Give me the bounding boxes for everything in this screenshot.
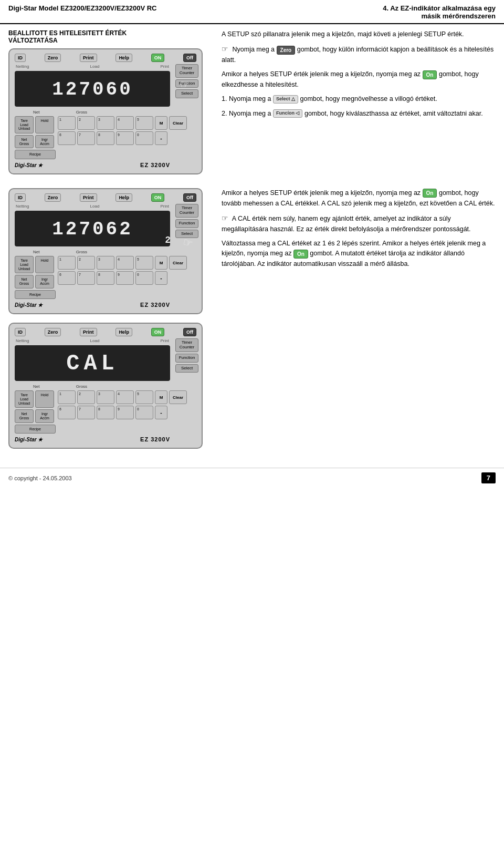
text-cal-intro: Amikor a helyes SETUP érték jelenik meg … [222, 188, 496, 209]
d2-btn-clear[interactable]: Clear [169, 256, 187, 270]
d2-btn-6[interactable]: 6 [58, 271, 76, 285]
d3-btn-ingr[interactable]: IngrAccm [35, 409, 54, 422]
d2-btn-3[interactable]: 3 [97, 256, 114, 270]
btn-4[interactable]: 4 [116, 116, 134, 130]
btn-9[interactable]: 9 [116, 131, 134, 145]
d2-btn-4[interactable]: 4 [116, 256, 134, 270]
d3-btn-function[interactable]: Function [175, 354, 198, 363]
d3-btn-1[interactable]: 1 [58, 390, 76, 404]
d2-label-load: Load [90, 204, 100, 209]
d3-btn-timer-counter[interactable]: TimerCounter [175, 338, 198, 352]
btn-zero[interactable]: Zero [45, 54, 61, 62]
btn-id[interactable]: ID [15, 54, 26, 62]
list-item-1: 1. Nyomja meg a Select △ gombot, hogy me… [222, 94, 496, 104]
d3-mid-labels: Net Gross [15, 384, 170, 389]
d2-btn-5[interactable]: 5 [135, 256, 153, 270]
d3-btn-7[interactable]: 7 [77, 406, 95, 419]
d2-btn-m[interactable]: M [155, 256, 167, 270]
btn-hold[interactable]: Hold [35, 116, 54, 133]
display-value-3: CAL [66, 351, 119, 376]
page-number: 7 [481, 472, 496, 483]
d2-btn-0[interactable]: 0 [135, 271, 153, 285]
d3-btn-5[interactable]: 5 [135, 390, 153, 404]
btn-on[interactable]: ON [151, 54, 165, 62]
label-print: Print [161, 64, 169, 69]
btn-dash[interactable]: - [155, 131, 167, 145]
d3-btn-on[interactable]: ON [151, 328, 165, 336]
d3-label-space [106, 384, 170, 389]
d3-btn-6[interactable]: 6 [58, 406, 76, 419]
device-keypad-3: TareLoadUnload Hold NetGross IngrAccm Re… [15, 390, 170, 434]
d2-btn-id[interactable]: ID [15, 193, 26, 202]
d2-btn-on[interactable]: ON [151, 193, 165, 202]
d3-btn-0[interactable]: 0 [135, 406, 153, 419]
d2-btn-dash[interactable]: - [155, 271, 167, 285]
d3-btn-help[interactable]: Help [116, 328, 132, 336]
d3-btn-select[interactable]: Select [175, 364, 198, 373]
btn-8[interactable]: 8 [97, 131, 114, 145]
btn-help[interactable]: Help [116, 54, 132, 62]
btn-net-gross[interactable]: NetGross [15, 135, 34, 148]
btn-0[interactable]: 0 [135, 131, 153, 145]
d3-btn-m[interactable]: M [155, 390, 167, 404]
d3-btn-2[interactable]: 2 [77, 390, 95, 404]
d2-btn-help[interactable]: Help [116, 193, 132, 202]
model-label-1: EZ 3200V [140, 162, 170, 168]
d2-btn-function[interactable]: Function [175, 219, 198, 228]
d3-btn-4[interactable]: 4 [116, 390, 134, 404]
d3-btn-hold[interactable]: Hold [35, 390, 54, 408]
d2-btn-print[interactable]: Print [80, 193, 97, 202]
text-nyomja-1: Nyomja meg a [232, 46, 275, 53]
btn-m[interactable]: M [155, 116, 167, 130]
d3-btn-tare[interactable]: TareLoadUnload [15, 390, 34, 408]
d3-btn-off[interactable]: Off [183, 328, 196, 336]
btn-tare-upload[interactable]: TareLoadUnload [15, 116, 34, 133]
btn-1[interactable]: 1 [58, 116, 76, 130]
btn-off[interactable]: Off [183, 54, 196, 62]
num-row-2: 6 7 8 9 0 - [58, 131, 187, 145]
d3-btn-9[interactable]: 9 [116, 406, 134, 419]
d2-btn-9[interactable]: 9 [116, 271, 134, 285]
d2-btn-recipe[interactable]: Recipe [15, 290, 56, 300]
d3-btn-net[interactable]: NetGross [15, 409, 34, 422]
btn-5[interactable]: 5 [135, 116, 153, 130]
d3-btn-dash[interactable]: - [155, 406, 167, 419]
d3-btn-3[interactable]: 3 [97, 390, 114, 404]
device-2: ID Zero Print Help ON Off TimerCounter F… [8, 188, 203, 314]
d2-btn-hold[interactable]: Hold [35, 256, 54, 273]
d3-btn-8[interactable]: 8 [97, 406, 114, 419]
d2-btn-timer-counter[interactable]: TimerCounter [175, 204, 198, 218]
header-title-left: Digi-Star Model EZ3200/EZ3200V/EZ3200V R… [8, 4, 157, 12]
d2-btn-net[interactable]: NetGross [15, 275, 34, 288]
d2-label-print: Print [161, 204, 169, 209]
d3-label-print: Print [161, 338, 169, 343]
d3-btn-recipe[interactable]: Recipe [15, 425, 56, 434]
d3-btn-id[interactable]: ID [15, 328, 26, 336]
d2-btn-8[interactable]: 8 [97, 271, 114, 285]
d2-btn-ingr[interactable]: IngrAccm [35, 275, 54, 288]
d2-btn-zero[interactable]: Zero [45, 193, 61, 202]
list-item-2: 2. Nyomja meg a Funcíon ◁ gombot, hogy k… [222, 109, 496, 119]
d3-btn-print[interactable]: Print [80, 328, 97, 336]
btn-3[interactable]: 3 [97, 116, 114, 130]
d2-btn-7[interactable]: 7 [77, 271, 95, 285]
btn-ingr-accm[interactable]: IngrAccm [35, 135, 54, 148]
text-cal-note: A CAL érték nem súly, hanem egy ajánlott… [222, 213, 496, 234]
btn-print[interactable]: Print [80, 54, 97, 62]
text-setup-verify: Amikor a helyes SETUP érték jelenik meg … [222, 69, 496, 90]
d2-btn-tare[interactable]: TareLoadUnload [15, 256, 34, 273]
btn-7[interactable]: 7 [77, 131, 95, 145]
d2-label-net: Net [15, 250, 58, 254]
btn-recipe[interactable]: Recipe [15, 150, 56, 159]
label-gross: Gross [60, 110, 103, 115]
d2-btn-off[interactable]: Off [183, 193, 196, 202]
btn-timer-counter[interactable]: TimerCounter [175, 64, 198, 78]
device-display-1: 127060 ☞ [15, 71, 170, 107]
btn-2[interactable]: 2 [77, 116, 95, 130]
d3-btn-clear[interactable]: Clear [169, 390, 187, 404]
btn-clear-1[interactable]: Clear [169, 116, 187, 130]
d2-btn-1[interactable]: 1 [58, 256, 76, 270]
d2-btn-2[interactable]: 2 [77, 256, 95, 270]
d3-btn-zero[interactable]: Zero [45, 328, 61, 336]
btn-6[interactable]: 6 [58, 131, 76, 145]
